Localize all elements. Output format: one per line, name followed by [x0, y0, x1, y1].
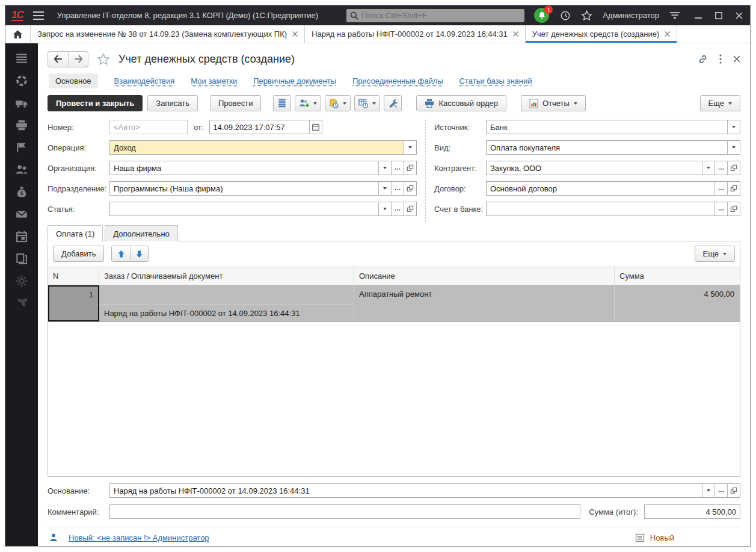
settings-gear-icon[interactable] [15, 274, 28, 288]
tab-cash-accounting[interactable]: Учет денежных средств (создание) [526, 25, 678, 43]
post-button[interactable]: Провести [210, 95, 262, 111]
kind-input[interactable] [487, 141, 727, 154]
nav-main[interactable]: Основное [49, 73, 98, 88]
move-up-icon[interactable] [112, 246, 130, 261]
description-cell[interactable]: Аппаратный ремонт [354, 285, 615, 321]
favorites-star-icon[interactable] [581, 10, 592, 21]
choose-icon[interactable] [715, 161, 727, 175]
tab-close-icon[interactable] [292, 31, 298, 37]
more-menu-kebab-icon[interactable] [719, 54, 722, 64]
paid-document-cell[interactable]: Наряд на работы НФІТ-000002 от 14.09.202… [99, 305, 354, 321]
mail-icon[interactable] [15, 208, 28, 221]
tab-close-icon[interactable] [513, 31, 518, 37]
forward-button[interactable] [68, 52, 88, 67]
copy-link-icon[interactable] [698, 54, 708, 64]
calendar-icon[interactable] [15, 230, 28, 243]
article-input[interactable] [110, 202, 378, 216]
table-row[interactable]: 1 Наряд на работы НФІТ-000002 от 14.09.2… [48, 285, 740, 322]
total-input[interactable] [645, 505, 740, 518]
map-flag-icon[interactable] [15, 141, 28, 154]
open-icon[interactable] [727, 484, 740, 497]
open-icon[interactable] [727, 182, 740, 195]
documents-icon[interactable] [15, 252, 28, 265]
home-tab[interactable] [5, 25, 31, 43]
document-status-link[interactable]: Новый: <не записан !> Администратор [69, 533, 209, 542]
employees-icon[interactable] [15, 163, 28, 176]
tab-work-order[interactable]: Наряд на работы НФІТ-000002 от 14.09.202… [305, 25, 526, 43]
cash-order-button[interactable]: Кассовый ордер [416, 95, 506, 111]
counterparty-input[interactable] [487, 161, 702, 175]
tab-additional[interactable]: Дополнительно [105, 225, 178, 241]
back-button[interactable] [48, 52, 68, 67]
favorite-star-icon[interactable] [97, 53, 110, 66]
write-button[interactable]: Записать [147, 95, 198, 111]
dropdown-icon[interactable] [702, 161, 715, 175]
operation-input[interactable] [110, 141, 404, 154]
nav-my-notes[interactable]: Мои заметки [191, 76, 237, 85]
choose-icon[interactable] [391, 182, 404, 195]
nav-interactions[interactable]: Взаимодействия [114, 76, 175, 85]
dropdown-icon[interactable] [702, 484, 715, 497]
close-form-icon[interactable] [733, 55, 740, 63]
reports-button[interactable]: Отчеты [521, 95, 586, 111]
row-number-cell[interactable]: 1 [48, 285, 99, 321]
functions-menu-icon[interactable] [15, 52, 28, 65]
dashboard-icon[interactable] [15, 74, 28, 87]
choose-icon[interactable] [715, 182, 727, 195]
tab-change-request[interactable]: Запрос на изменение № 38 от 14.09.23 (За… [31, 25, 305, 43]
department-input[interactable] [110, 182, 378, 195]
more-commands-button[interactable]: Еще [700, 95, 740, 111]
document-history-button[interactable] [325, 95, 351, 111]
open-icon[interactable] [727, 161, 740, 175]
dropdown-icon[interactable] [404, 141, 416, 154]
tab-close-icon[interactable] [665, 31, 670, 37]
choose-icon[interactable] [715, 484, 727, 497]
date-input[interactable] [210, 120, 309, 134]
open-icon[interactable] [404, 182, 416, 195]
add-row-button[interactable]: Добавить [53, 246, 104, 262]
maximize-button[interactable] [715, 12, 722, 19]
open-icon[interactable] [404, 202, 416, 216]
open-icon[interactable] [727, 202, 740, 216]
move-down-icon[interactable] [130, 246, 148, 261]
post-and-close-button[interactable]: Провести и закрыть [48, 95, 143, 111]
scheduled-tasks-button[interactable] [354, 95, 380, 111]
comment-input[interactable] [110, 505, 580, 518]
nav-knowledge-base[interactable]: Статьи базы знаний [459, 76, 532, 85]
calendar-picker-icon[interactable] [309, 120, 322, 134]
history-icon[interactable] [560, 10, 571, 21]
register-records-button[interactable] [273, 95, 291, 111]
tab-payment[interactable]: Оплата (1) [48, 225, 103, 241]
choose-icon[interactable] [391, 202, 404, 216]
bank-account-input[interactable] [487, 202, 715, 216]
phone-support-icon[interactable] [15, 297, 28, 310]
connection-icon[interactable] [669, 11, 680, 20]
money-icon[interactable] [15, 185, 28, 199]
notifications-bell-icon[interactable]: 1 [534, 8, 550, 23]
current-user[interactable]: Администратор [603, 11, 659, 20]
nav-attached-files[interactable]: Присоединенные файлы [352, 76, 443, 85]
dropdown-icon[interactable] [378, 182, 391, 195]
open-icon[interactable] [404, 161, 416, 175]
minimize-button[interactable] [695, 12, 702, 19]
choose-icon[interactable] [715, 202, 727, 216]
assign-responsible-button[interactable] [295, 95, 321, 111]
search-input[interactable] [361, 11, 521, 20]
dropdown-icon[interactable] [378, 161, 391, 175]
close-window-button[interactable] [736, 12, 743, 19]
printer-icon[interactable] [15, 119, 28, 132]
amount-cell[interactable]: 4 500,00 [615, 285, 740, 321]
main-menu-icon[interactable] [33, 11, 44, 20]
source-input[interactable] [487, 120, 727, 134]
dropdown-icon[interactable] [727, 120, 740, 134]
order-cell[interactable] [99, 285, 354, 305]
organization-input[interactable] [110, 161, 378, 175]
number-input[interactable] [110, 120, 187, 134]
basis-input[interactable] [110, 484, 702, 497]
service-tools-button[interactable] [384, 95, 402, 111]
delivery-truck-icon[interactable] [15, 96, 28, 110]
table-more-button[interactable]: Еще [695, 246, 735, 262]
dropdown-icon[interactable] [378, 202, 391, 216]
nav-primary-documents[interactable]: Первичные документы [253, 76, 336, 85]
choose-icon[interactable] [391, 161, 404, 175]
